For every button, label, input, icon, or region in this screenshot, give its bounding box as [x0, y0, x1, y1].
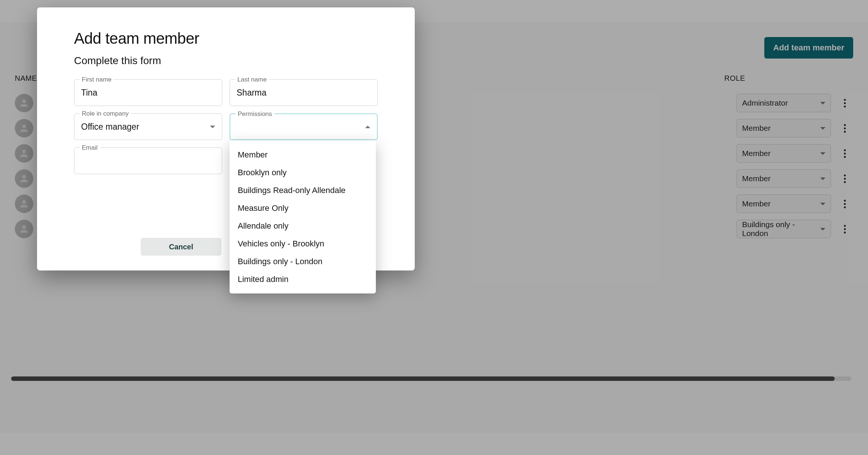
last-name-field[interactable]: Last name [230, 79, 378, 106]
permissions-option[interactable]: Buildings Read-only Allendale [230, 182, 376, 199]
modal-subtitle: Complete this form [74, 55, 378, 67]
permissions-option[interactable]: Measure Only [230, 199, 376, 217]
permissions-option[interactable]: Member [230, 146, 376, 164]
permissions-select[interactable]: Permissions [230, 113, 378, 140]
email-field[interactable]: Email [74, 147, 222, 174]
modal-form: First name Last name Role in company Off… [74, 79, 378, 140]
permissions-option[interactable]: Allendale only [230, 217, 376, 235]
cancel-button[interactable]: Cancel [141, 238, 221, 256]
first-name-field[interactable]: First name [74, 79, 222, 106]
role-label: Role in company [80, 110, 131, 117]
first-name-label: First name [80, 76, 114, 83]
modal-title: Add team member [74, 30, 378, 47]
permissions-label: Permissions [236, 110, 274, 118]
last-name-label: Last name [235, 76, 269, 83]
permissions-option[interactable]: Buildings only - London [230, 253, 376, 270]
first-name-input[interactable] [74, 80, 222, 106]
role-value: Office manager [81, 122, 139, 132]
permissions-option[interactable]: Brooklyn only [230, 164, 376, 182]
chevron-up-icon [365, 126, 370, 128]
permissions-dropdown[interactable]: MemberBrooklyn onlyBuildings Read-only A… [230, 141, 376, 293]
chevron-down-icon [210, 126, 215, 128]
email-input[interactable] [74, 148, 222, 174]
email-label: Email [80, 144, 100, 152]
role-select[interactable]: Role in company Office manager [74, 113, 222, 140]
permissions-option[interactable]: Limited admin [230, 270, 376, 288]
permissions-option[interactable]: Vehicles only - Brooklyn [230, 235, 376, 253]
last-name-input[interactable] [230, 80, 377, 106]
